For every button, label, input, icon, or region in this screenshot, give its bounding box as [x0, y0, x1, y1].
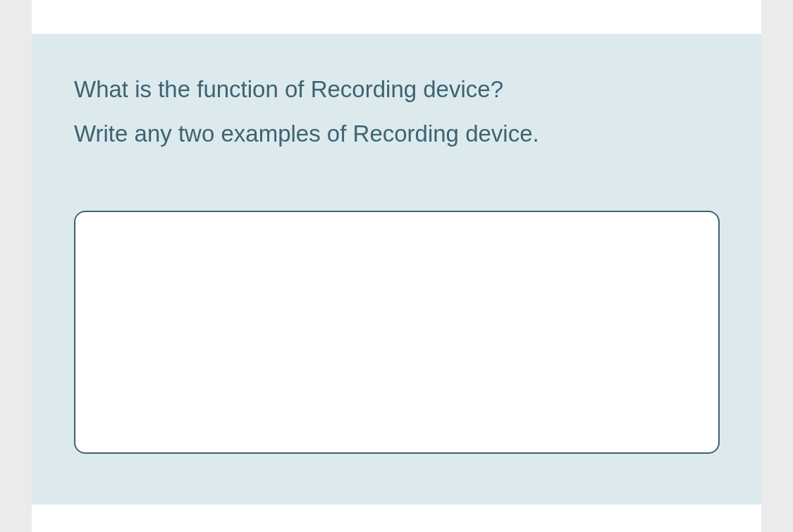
- question-block: What is the function of Recording device…: [32, 34, 761, 505]
- answer-input[interactable]: [74, 211, 720, 454]
- bottom-spacer: [32, 505, 761, 532]
- top-spacer: [32, 0, 761, 34]
- question-text: What is the function of Recording device…: [74, 68, 719, 156]
- question-line-2: Write any two examples of Recording devi…: [74, 112, 719, 156]
- question-line-1: What is the function of Recording device…: [74, 68, 719, 112]
- page-container: What is the function of Recording device…: [32, 0, 761, 532]
